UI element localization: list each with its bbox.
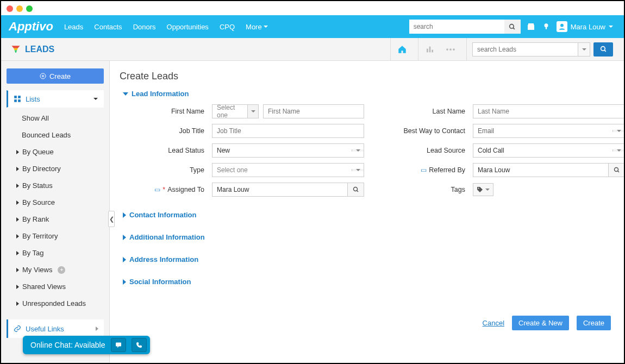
add-view-icon[interactable]: +	[58, 266, 65, 274]
sidebar-item-unresponded-leads[interactable]: Unresponded Leads	[7, 295, 104, 312]
sidebar-item-by-status[interactable]: By Status	[7, 177, 104, 194]
user-menu[interactable]: Mara Louw	[557, 21, 613, 32]
more-actions-button[interactable]	[446, 38, 462, 60]
tags-button[interactable]	[473, 183, 493, 196]
last-name-input[interactable]	[473, 108, 624, 115]
section-lead-information[interactable]: Lead Information	[123, 90, 611, 98]
module-search-button[interactable]	[593, 42, 613, 57]
nav-contacts[interactable]: Contacts	[94, 23, 122, 31]
type-select[interactable]: Select one	[212, 163, 364, 177]
best-way-select[interactable]: Email	[473, 124, 624, 138]
chevron-right-icon	[16, 302, 19, 306]
sidebar-item-by-rank[interactable]: By Rank	[7, 211, 104, 228]
chat-message-button[interactable]	[111, 338, 126, 352]
sidebar-item-my-views[interactable]: My Views+	[7, 261, 104, 278]
sidebar-item-bounced-leads[interactable]: Bounced Leads	[7, 127, 104, 143]
sidebar-item-by-source[interactable]: By Source	[7, 194, 104, 211]
ellipsis-icon	[446, 48, 455, 51]
chevron-down-icon	[93, 98, 98, 100]
chart-button[interactable]	[418, 38, 441, 60]
salutation-select[interactable]: Select one	[212, 104, 259, 118]
notification-icon[interactable]	[541, 22, 551, 32]
top-navbar: Apptivo Leads Contacts Donors Opportunit…	[1, 15, 624, 38]
chevron-down-icon	[617, 149, 621, 152]
chat-icon	[115, 342, 122, 348]
home-button[interactable]	[390, 38, 414, 60]
assigned-to-input[interactable]: Mara Louw	[212, 183, 348, 197]
nav-leads[interactable]: Leads	[64, 23, 83, 31]
sidebar-item-show-all[interactable]: Show All	[7, 110, 104, 127]
chevron-right-icon	[16, 150, 19, 154]
sidebar-section-useful-links[interactable]: Useful Links	[7, 319, 104, 338]
chevron-right-icon	[123, 212, 126, 218]
tag-icon	[477, 186, 483, 193]
cancel-button[interactable]: Cancel	[483, 319, 504, 327]
nav-opportunities[interactable]: Opportunities	[167, 23, 209, 31]
label-lead-status: Lead Status	[125, 147, 207, 154]
job-title-input[interactable]	[212, 127, 364, 135]
useful-links-label: Useful Links	[26, 325, 64, 333]
search-icon	[600, 46, 607, 53]
sidebar-item-by-territory[interactable]: By Territory	[7, 228, 104, 244]
nav-more[interactable]: More	[246, 23, 268, 31]
chevron-down-icon	[264, 26, 268, 28]
lead-status-select[interactable]: New	[212, 143, 364, 158]
phone-icon	[136, 342, 142, 348]
label-last-name: Last Name	[370, 108, 467, 115]
sidebar-section-lists[interactable]: Lists	[7, 90, 104, 108]
chat-widget[interactable]: Online Chat: Available	[23, 336, 150, 354]
search-icon	[509, 23, 516, 30]
chevron-down-icon	[582, 48, 586, 51]
svg-rect-26	[116, 343, 121, 347]
funnel-icon	[11, 45, 21, 54]
first-name-input[interactable]	[264, 108, 364, 115]
module-toolbar: LEADS	[1, 38, 624, 61]
chevron-down-icon	[356, 149, 360, 152]
create-submit-button[interactable]: Create	[577, 316, 611, 330]
assigned-to-search-button[interactable]	[348, 183, 364, 197]
create-and-new-button[interactable]: Create & New	[512, 316, 569, 330]
brand-logo[interactable]: Apptivo	[1, 20, 61, 34]
referred-by-search-button[interactable]	[609, 163, 624, 177]
label-job-title: Job Title	[125, 127, 207, 135]
close-window-icon[interactable]	[7, 5, 13, 12]
chevron-right-icon	[123, 279, 126, 285]
svg-point-23	[353, 187, 357, 191]
section-address-information[interactable]: Address Information	[123, 255, 611, 263]
sidebar-item-by-tag[interactable]: By Tag	[7, 244, 104, 261]
window-controls	[7, 5, 33, 12]
create-button-label: Create	[49, 72, 71, 80]
chevron-right-icon	[123, 235, 126, 240]
module-search-dropdown[interactable]	[578, 42, 590, 57]
chevron-right-icon	[16, 167, 19, 171]
minimize-window-icon[interactable]	[16, 5, 23, 12]
chevron-right-icon	[16, 285, 19, 289]
sidebar-lists-label: Lists	[26, 95, 89, 103]
section-social-information[interactable]: Social Information	[123, 278, 611, 286]
chat-phone-button[interactable]	[132, 338, 147, 352]
lead-source-select[interactable]: Cold Call	[473, 143, 624, 158]
create-button[interactable]: Create	[7, 68, 104, 84]
card-icon: ▭	[421, 166, 427, 174]
nav-donors[interactable]: Donors	[133, 23, 156, 31]
bar-chart-icon	[425, 45, 435, 54]
global-search-input[interactable]	[409, 20, 504, 34]
sidebar-item-shared-views[interactable]: Shared Views	[7, 278, 104, 295]
nav-cpq[interactable]: CPQ	[220, 23, 235, 31]
svg-rect-19	[14, 99, 17, 102]
chevron-right-icon	[16, 217, 19, 222]
store-icon[interactable]	[526, 22, 536, 32]
section-contact-information[interactable]: Contact Information	[123, 211, 611, 219]
referred-by-input[interactable]: Mara Louw	[473, 163, 609, 177]
maximize-window-icon[interactable]	[26, 5, 33, 12]
referred-by-lookup: Mara Louw	[473, 163, 624, 177]
global-search-button[interactable]	[504, 20, 521, 34]
sidebar-item-by-directory[interactable]: By Directory	[7, 160, 104, 177]
label-lead-source: Lead Source	[370, 147, 467, 154]
chat-label: Online Chat: Available	[30, 341, 105, 349]
svg-rect-20	[18, 99, 21, 102]
form-footer-buttons: Cancel Create & New Create	[483, 316, 611, 330]
section-additional-information[interactable]: Additional Information	[123, 233, 611, 241]
module-search-input[interactable]	[477, 46, 573, 53]
sidebar-item-by-queue[interactable]: By Queue	[7, 143, 104, 160]
